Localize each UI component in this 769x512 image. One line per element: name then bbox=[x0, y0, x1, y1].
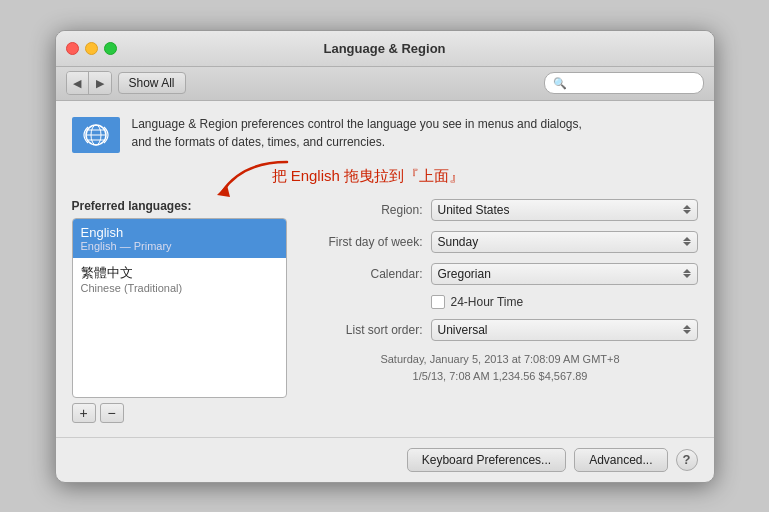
time-format-label: 24-Hour Time bbox=[451, 295, 524, 309]
title-bar: Language & Region bbox=[56, 31, 714, 67]
calendar-row: Calendar: Gregorian bbox=[303, 263, 698, 285]
main-window: Language & Region ◀ ▶ Show All 🔍 bbox=[55, 30, 715, 483]
annotation-area: 把 English 拖曳拉到『上面』 bbox=[72, 167, 698, 195]
list-sort-select[interactable]: Universal bbox=[431, 319, 698, 341]
svg-marker-6 bbox=[217, 185, 230, 197]
left-panel: Preferred languages: English English — P… bbox=[72, 199, 287, 423]
forward-button[interactable]: ▶ bbox=[89, 72, 111, 94]
first-day-value: Sunday bbox=[438, 235, 479, 249]
nav-buttons: ◀ ▶ bbox=[66, 71, 112, 95]
arrow-down-icon bbox=[683, 210, 691, 214]
first-day-arrow bbox=[683, 237, 691, 246]
first-day-select[interactable]: Sunday bbox=[431, 231, 698, 253]
window-title: Language & Region bbox=[323, 41, 445, 56]
language-sub-english: English — Primary bbox=[81, 240, 278, 252]
calendar-arrow bbox=[683, 269, 691, 278]
region-value: United States bbox=[438, 203, 510, 217]
time-format-checkbox-group: 24-Hour Time bbox=[431, 295, 524, 309]
content-area: Language & Region preferences control th… bbox=[56, 101, 714, 437]
first-day-label: First day of week: bbox=[303, 235, 423, 249]
arrow-down-icon bbox=[683, 242, 691, 246]
preview-text: Saturday, January 5, 2013 at 7:08:09 AM … bbox=[303, 351, 698, 386]
annotation-arrow bbox=[202, 157, 302, 207]
bottom-bar: Keyboard Preferences... Advanced... ? bbox=[56, 437, 714, 482]
traffic-lights bbox=[66, 42, 117, 55]
arrow-up-icon bbox=[683, 237, 691, 241]
header-line1: Language & Region preferences control th… bbox=[132, 117, 582, 131]
close-button[interactable] bbox=[66, 42, 79, 55]
preview-line2: 1/5/13, 7:08 AM 1,234.56 $4,567.89 bbox=[413, 370, 588, 382]
help-button[interactable]: ? bbox=[676, 449, 698, 471]
arrow-down-icon bbox=[683, 274, 691, 278]
right-panel: Region: United States First day of week:… bbox=[303, 199, 698, 423]
arrow-up-icon bbox=[683, 205, 691, 209]
back-button[interactable]: ◀ bbox=[67, 72, 89, 94]
main-body: Preferred languages: English English — P… bbox=[72, 199, 698, 423]
region-select-arrow bbox=[683, 205, 691, 214]
arrow-up-icon bbox=[683, 269, 691, 273]
language-item-english[interactable]: English English — Primary bbox=[73, 219, 286, 258]
minimize-button[interactable] bbox=[85, 42, 98, 55]
language-name-chinese: 繁體中文 bbox=[81, 264, 278, 282]
calendar-label: Calendar: bbox=[303, 267, 423, 281]
arrow-down-icon bbox=[683, 330, 691, 334]
remove-language-button[interactable]: − bbox=[100, 403, 124, 423]
search-box[interactable]: 🔍 bbox=[544, 72, 704, 94]
keyboard-preferences-button[interactable]: Keyboard Preferences... bbox=[407, 448, 566, 472]
header-line2: and the formats of dates, times, and cur… bbox=[132, 135, 385, 149]
first-day-row: First day of week: Sunday bbox=[303, 231, 698, 253]
list-sort-value: Universal bbox=[438, 323, 488, 337]
list-sort-row: List sort order: Universal bbox=[303, 319, 698, 341]
header-section: Language & Region preferences control th… bbox=[72, 115, 698, 153]
list-sort-arrow bbox=[683, 325, 691, 334]
language-list: English English — Primary 繁體中文 Chinese (… bbox=[72, 218, 287, 398]
list-sort-label: List sort order: bbox=[303, 323, 423, 337]
toolbar: ◀ ▶ Show All 🔍 bbox=[56, 67, 714, 101]
list-controls: + − bbox=[72, 403, 287, 423]
preview-line1: Saturday, January 5, 2013 at 7:08:09 AM … bbox=[380, 353, 619, 365]
region-row: Region: United States bbox=[303, 199, 698, 221]
show-all-button[interactable]: Show All bbox=[118, 72, 186, 94]
language-item-chinese[interactable]: 繁體中文 Chinese (Traditional) bbox=[73, 258, 286, 300]
language-sub-chinese: Chinese (Traditional) bbox=[81, 282, 278, 294]
time-format-row: 24-Hour Time bbox=[303, 295, 698, 309]
header-description: Language & Region preferences control th… bbox=[132, 115, 582, 151]
search-icon: 🔍 bbox=[553, 77, 567, 90]
region-label: Region: bbox=[303, 203, 423, 217]
region-select[interactable]: United States bbox=[431, 199, 698, 221]
arrow-up-icon bbox=[683, 325, 691, 329]
advanced-button[interactable]: Advanced... bbox=[574, 448, 667, 472]
add-language-button[interactable]: + bbox=[72, 403, 96, 423]
calendar-select[interactable]: Gregorian bbox=[431, 263, 698, 285]
un-flag-icon bbox=[72, 117, 120, 153]
calendar-value: Gregorian bbox=[438, 267, 491, 281]
maximize-button[interactable] bbox=[104, 42, 117, 55]
language-name-english: English bbox=[81, 225, 278, 240]
time-format-checkbox[interactable] bbox=[431, 295, 445, 309]
